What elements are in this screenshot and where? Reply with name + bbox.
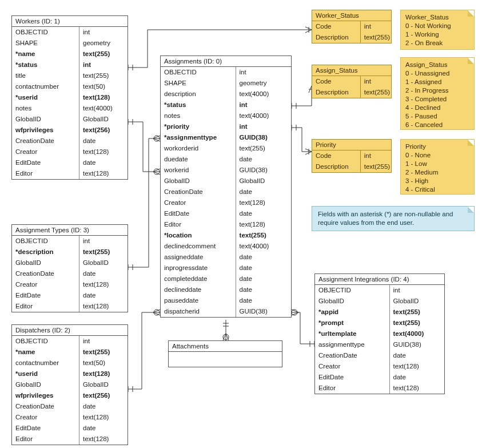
table-row: pauseddatedate xyxy=(161,295,291,306)
field-type: text(128) xyxy=(236,219,291,230)
field-name: *userid xyxy=(12,368,79,379)
field-type: GlobalID xyxy=(236,176,291,187)
field-name: *prompt xyxy=(315,318,390,328)
field-name: Description xyxy=(312,87,361,98)
entity-integrations: Assignment Integrations (ID: 4) OBJECTID… xyxy=(314,273,445,394)
table-row: notestext(4000) xyxy=(161,110,291,121)
field-name: dispatcherid xyxy=(161,306,236,317)
entity-assignment-types-title: Assignment Types (ID: 3) xyxy=(12,225,128,236)
field-name: SHAPE xyxy=(12,38,79,49)
field-type: text(128) xyxy=(79,301,128,312)
field-type: GUID(38) xyxy=(236,132,291,143)
field-type: text(128) xyxy=(79,279,128,290)
field-type: text(255) xyxy=(236,143,291,154)
field-type: text(128) xyxy=(79,146,128,157)
field-type: text(255) xyxy=(390,307,444,318)
table-row: completeddatedate xyxy=(161,273,291,284)
field-name: *urltemplate xyxy=(315,328,390,339)
field-type: text(255) xyxy=(79,49,128,60)
field-type: text(128) xyxy=(79,412,128,423)
field-name: EditDate xyxy=(12,423,79,434)
table-row: Creatortext(128) xyxy=(161,197,291,208)
lookup-assign-status: Assign_Status CodeintDescriptiontext(255… xyxy=(312,65,392,98)
field-name: OBJECTID xyxy=(12,27,79,38)
svg-point-3 xyxy=(223,334,229,340)
table-row: Descriptiontext(255) xyxy=(312,32,391,43)
field-type: text(50) xyxy=(79,81,128,92)
table-row: Codeint xyxy=(312,21,391,32)
field-name: *userid xyxy=(12,92,79,103)
table-row: *useridtext(128) xyxy=(12,92,128,103)
field-name: EditDate xyxy=(12,157,79,168)
field-name: notes xyxy=(12,103,79,114)
field-name: workerid xyxy=(161,165,236,176)
note-assign-status-title: Assign_Status xyxy=(405,61,469,69)
field-name: Code xyxy=(312,21,361,32)
table-row: *statusint xyxy=(161,100,291,110)
field-type: text(4000) xyxy=(390,328,444,339)
table-row: Codeint xyxy=(312,76,391,87)
field-type: date xyxy=(236,154,291,165)
field-type: text(4000) xyxy=(236,89,291,100)
field-name: Code xyxy=(312,150,361,161)
table-row: *nametext(255) xyxy=(12,347,128,358)
field-name: assigneddate xyxy=(161,252,236,263)
field-name: *name xyxy=(12,347,79,358)
field-name: OBJECTID xyxy=(315,285,390,296)
lookup-worker-status: Worker_Status CodeintDescriptiontext(255… xyxy=(312,10,392,43)
table-row: Editortext(128) xyxy=(12,168,128,179)
table-row: OBJECTIDint xyxy=(315,285,444,296)
entity-attachments: Attachments xyxy=(168,340,282,367)
field-type: text(128) xyxy=(236,197,291,208)
table-row: Creatortext(128) xyxy=(12,412,128,423)
field-type: text(255) xyxy=(361,87,393,98)
field-type: date xyxy=(236,284,291,295)
table-row: workeridGUID(38) xyxy=(161,165,291,176)
field-type: text(256) xyxy=(79,390,128,401)
table-row: GlobalIDGlobalID xyxy=(12,257,128,268)
note-line: 2 - Medium xyxy=(405,168,469,177)
table-row: contactnumbertext(50) xyxy=(12,81,128,92)
field-name: CreationDate xyxy=(12,401,79,412)
note-line: 0 - Unassigned xyxy=(405,69,469,78)
table-row: OBJECTIDint xyxy=(161,67,291,78)
entity-dispatchers-title: Dispatchers (ID: 2) xyxy=(12,325,128,336)
table-row: Creatortext(128) xyxy=(315,361,444,372)
field-type: int xyxy=(361,21,391,32)
field-name: GlobalID xyxy=(161,176,236,187)
table-row: assignmenttypeGUID(38) xyxy=(315,339,444,350)
field-type: text(255) xyxy=(390,318,444,328)
table-row: Editortext(128) xyxy=(315,383,444,394)
field-type: GUID(38) xyxy=(390,339,444,350)
field-type: date xyxy=(236,208,291,219)
table-row: dispatcheridGUID(38) xyxy=(161,306,291,317)
field-type: text(50) xyxy=(79,358,128,368)
field-type: text(255) xyxy=(361,32,393,43)
table-row: *statusint xyxy=(12,60,128,70)
note-priority: Priority 0 - None1 - Low2 - Medium3 - Hi… xyxy=(400,139,475,195)
field-type: int xyxy=(236,67,291,78)
table-row: SHAPEgeometry xyxy=(12,38,128,49)
field-name: title xyxy=(12,70,79,81)
table-row: EditDatedate xyxy=(315,372,444,383)
table-row: OBJECTIDint xyxy=(12,27,128,38)
field-name: Creator xyxy=(12,412,79,423)
field-name: pauseddate xyxy=(161,295,236,306)
note-line: 5 - Paused xyxy=(405,112,469,121)
entity-attachments-title: Attachments xyxy=(169,341,282,352)
note-worker-status: Worker_Status 0 - Not Working1 - Working… xyxy=(400,10,475,50)
field-name: *assignmenttype xyxy=(161,132,236,143)
field-name: *status xyxy=(161,100,236,110)
field-name: *appid xyxy=(315,307,390,318)
field-name: Creator xyxy=(12,279,79,290)
svg-point-0 xyxy=(154,169,160,175)
table-row: *assignmenttypeGUID(38) xyxy=(161,132,291,143)
table-row: *urltemplatetext(4000) xyxy=(315,328,444,339)
table-row: duedatedate xyxy=(161,154,291,165)
field-name: Code xyxy=(312,76,361,87)
field-type: GlobalID xyxy=(79,379,128,390)
field-type: date xyxy=(236,273,291,284)
field-name: Description xyxy=(312,161,361,172)
table-row: assigneddatedate xyxy=(161,252,291,263)
field-type: date xyxy=(236,252,291,263)
